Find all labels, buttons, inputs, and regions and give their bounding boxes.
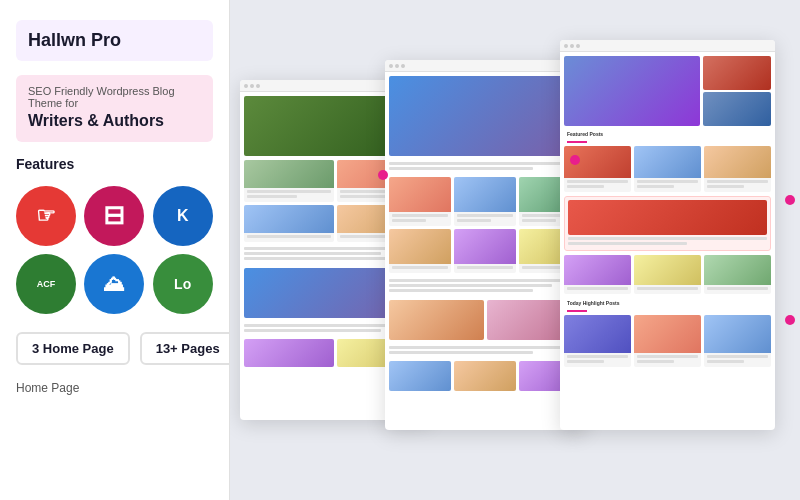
features-icons-grid	[16, 186, 213, 314]
pages-badge: 13+ Pages	[140, 332, 230, 365]
tagline-subtitle: SEO Friendly Wordpress Blog Theme for	[28, 85, 201, 109]
card-text	[389, 264, 451, 273]
text-line	[244, 257, 399, 260]
content-card	[704, 255, 771, 294]
ss3-content: Featured Posts	[560, 52, 775, 374]
dot-indicator-3	[785, 195, 795, 205]
preview-panel: Featured Posts	[230, 0, 800, 500]
content-row	[564, 315, 771, 367]
card-text	[389, 212, 451, 226]
text-line	[392, 266, 448, 269]
content-card	[564, 315, 631, 367]
large-hero	[564, 56, 700, 126]
card-text	[704, 285, 771, 294]
card-text	[564, 353, 631, 367]
text-line	[457, 219, 491, 222]
browser-dot	[389, 64, 393, 68]
content-card	[244, 339, 334, 367]
text-line	[707, 180, 768, 183]
card-text	[454, 264, 516, 273]
hero-image	[389, 76, 581, 156]
content-card	[244, 160, 334, 202]
card-image	[634, 255, 701, 285]
text-line	[707, 360, 744, 363]
card-image	[704, 255, 771, 285]
text-line	[637, 360, 674, 363]
content-row	[389, 300, 581, 340]
screenshot-3: Featured Posts	[560, 40, 775, 430]
card-text	[634, 178, 701, 192]
card-image	[634, 146, 701, 178]
dot-indicator-1	[378, 170, 388, 180]
content-card	[704, 315, 771, 367]
card-image	[564, 255, 631, 285]
text-line	[637, 355, 698, 358]
text-line	[522, 219, 556, 222]
content-card	[389, 177, 451, 226]
today-label: Today Highlight Posts	[564, 298, 771, 308]
featured-label: Featured Posts	[564, 129, 771, 139]
text-line	[247, 195, 297, 198]
text-lines	[389, 160, 581, 174]
card-text	[704, 353, 771, 367]
feature-icon-loco	[153, 254, 213, 314]
side-cards	[703, 56, 771, 126]
text-line	[389, 284, 552, 287]
content-card	[454, 229, 516, 273]
card-image	[244, 160, 334, 188]
feature-icon-kirki	[153, 186, 213, 246]
text-line	[389, 162, 581, 165]
text-line	[392, 219, 426, 222]
content-card	[634, 255, 701, 294]
card-image	[564, 315, 631, 353]
text-line	[567, 360, 604, 363]
text-line	[567, 287, 628, 290]
accent-line	[567, 141, 587, 143]
text-lines	[389, 277, 581, 296]
dot-indicator-4	[785, 315, 795, 325]
card-text	[454, 212, 516, 226]
left-panel: Hallwn Pro SEO Friendly Wordpress Blog T…	[0, 0, 230, 500]
today-section: Today Highlight Posts	[564, 298, 771, 312]
text-lines	[389, 344, 581, 358]
content-card	[389, 361, 451, 391]
screenshots-container: Featured Posts	[230, 20, 800, 480]
text-line	[707, 185, 744, 188]
text-line	[637, 185, 674, 188]
card-text	[564, 178, 631, 192]
card-image	[244, 205, 334, 233]
browser-dot	[395, 64, 399, 68]
text-line	[389, 351, 533, 354]
card-image	[389, 229, 451, 264]
tagline-box: SEO Friendly Wordpress Blog Theme for Wr…	[16, 75, 213, 142]
text-line	[244, 329, 381, 332]
card-text	[704, 178, 771, 192]
content-card	[244, 205, 334, 242]
browser-dot	[564, 44, 568, 48]
content-card	[704, 146, 771, 192]
browser-dot	[570, 44, 574, 48]
card-image	[389, 361, 451, 391]
text-line	[568, 242, 687, 245]
text-line	[457, 214, 513, 217]
content-row	[389, 361, 581, 391]
text-line	[568, 237, 767, 240]
text-line	[707, 287, 768, 290]
card-image	[454, 229, 516, 264]
text-line	[247, 190, 331, 193]
product-title: Hallwn Pro	[16, 20, 213, 61]
home-page-label: Home Page	[16, 381, 213, 395]
content-card	[634, 146, 701, 192]
screenshot-2	[385, 60, 585, 430]
top-hero-row	[564, 56, 771, 126]
ss2-content	[385, 72, 585, 398]
side-card	[703, 56, 771, 90]
card-text	[634, 353, 701, 367]
content-row	[389, 177, 581, 226]
browser-bar-2	[385, 60, 585, 72]
content-card	[564, 255, 631, 294]
text-line	[389, 279, 581, 282]
card-image	[389, 300, 484, 340]
content-row	[564, 146, 771, 192]
card-image	[704, 146, 771, 178]
